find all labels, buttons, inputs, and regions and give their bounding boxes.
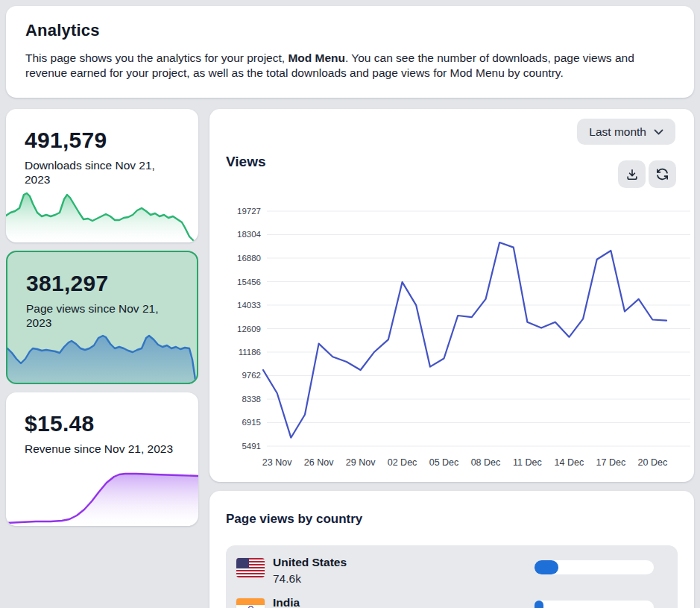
svg-text:23 Nov: 23 Nov xyxy=(262,457,292,468)
svg-text:02 Dec: 02 Dec xyxy=(388,457,417,468)
svg-text:20 Dec: 20 Dec xyxy=(638,457,668,468)
pageviews-sparkline xyxy=(7,326,197,383)
project-name: Mod Menu xyxy=(288,51,345,64)
country-name: United States xyxy=(273,556,347,569)
revenue-label: Revenue since Nov 21, 2023 xyxy=(25,442,174,456)
country-panel-title: Page views by country xyxy=(226,512,362,527)
country-panel: Page views by country United States 74.6… xyxy=(209,491,694,608)
svg-text:8338: 8338 xyxy=(242,395,261,404)
svg-text:11186: 11186 xyxy=(239,348,261,357)
country-pageviews-value: 74.6k xyxy=(273,572,301,586)
pageviews-count: 381,297 xyxy=(26,271,109,296)
country-bar-fill xyxy=(535,560,558,574)
views-panel: Last month Views 19727183041688015456140… xyxy=(209,109,694,482)
stat-card-pageviews[interactable]: 381,297 Page views since Nov 21, 2023 xyxy=(6,251,198,384)
country-row-united-states: United States 74.6k xyxy=(236,556,667,593)
svg-text:19727: 19727 xyxy=(237,207,261,216)
svg-text:14 Dec: 14 Dec xyxy=(555,457,584,468)
page-description: This page shows you the analytics for yo… xyxy=(25,51,675,80)
svg-text:12609: 12609 xyxy=(237,325,261,333)
revenue-sparkline xyxy=(6,469,198,526)
svg-text:16880: 16880 xyxy=(237,254,261,263)
svg-text:9762: 9762 xyxy=(242,371,261,380)
us-flag-icon xyxy=(236,558,265,577)
revenue-amount: $15.48 xyxy=(25,411,95,436)
svg-text:18304: 18304 xyxy=(237,230,262,239)
page-title: Analytics xyxy=(25,21,675,40)
country-row-india: India xyxy=(236,596,667,608)
country-bar-track xyxy=(535,560,654,574)
svg-text:08 Dec: 08 Dec xyxy=(471,457,501,468)
downloads-label: Downloads since Nov 21, 2023 xyxy=(25,158,174,187)
svg-text:29 Nov: 29 Nov xyxy=(346,457,376,468)
svg-text:05 Dec: 05 Dec xyxy=(429,457,459,468)
svg-text:11 Dec: 11 Dec xyxy=(513,457,542,468)
svg-text:14033: 14033 xyxy=(237,301,261,310)
svg-text:17 Dec: 17 Dec xyxy=(596,457,626,468)
country-list: United States 74.6k India xyxy=(226,545,678,608)
india-flag-icon xyxy=(236,598,265,608)
svg-text:5491: 5491 xyxy=(242,442,261,451)
stat-card-downloads[interactable]: 491,579 Downloads since Nov 21, 2023 xyxy=(6,109,198,242)
views-line-chart: 1972718304168801545614033126091118697628… xyxy=(209,109,694,482)
downloads-sparkline xyxy=(6,186,198,242)
stat-card-revenue[interactable]: $15.48 Revenue since Nov 21, 2023 xyxy=(6,392,198,526)
header-card: Analytics This page shows you the analyt… xyxy=(6,6,694,98)
downloads-count: 491,579 xyxy=(25,128,107,153)
svg-text:26 Nov: 26 Nov xyxy=(304,457,334,468)
svg-text:6915: 6915 xyxy=(242,418,261,427)
country-bar-fill xyxy=(535,601,543,608)
country-name: India xyxy=(273,596,300,608)
svg-text:15456: 15456 xyxy=(237,278,261,286)
country-bar-track xyxy=(535,601,654,608)
